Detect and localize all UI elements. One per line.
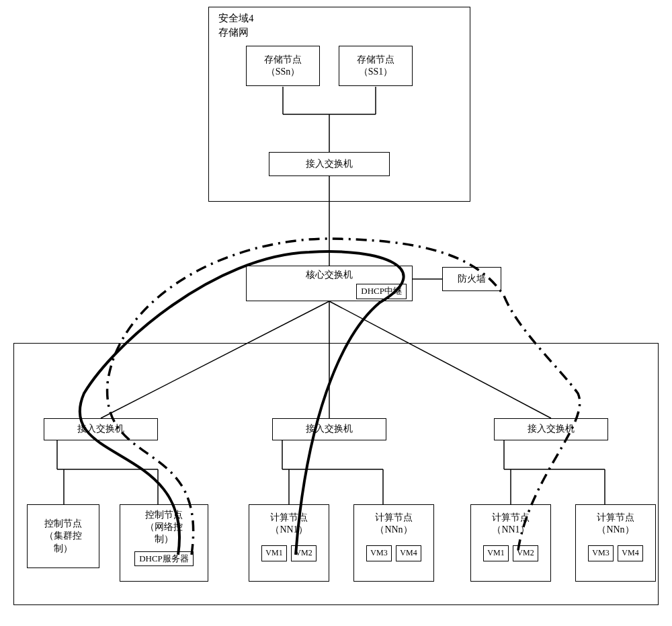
- control-node-network-line1: 控制节点: [145, 509, 183, 521]
- zone3-nn1-vm-row: VM1 VM2: [483, 545, 538, 561]
- firewall-label: 防火墙: [458, 273, 486, 285]
- zone2-compute-node-nn1: 计算节点 （NN1） VM1 VM2: [249, 504, 329, 582]
- zone2-vm2: VM2: [291, 545, 317, 561]
- diagram-container: 安全域4 存储网 存储节点 （SSn） 存储节点 （SS1） 接入交换机 核心交…: [7, 7, 665, 619]
- dhcp-relay: DHCP中继: [356, 284, 407, 299]
- zone1-access-switch: 接入交换机: [44, 418, 158, 440]
- zone3-vm2: VM2: [513, 545, 538, 561]
- zone2-vm3: VM3: [366, 545, 392, 561]
- zone3-vm1: VM1: [483, 545, 509, 561]
- storage-node-ss1: 存储节点 （SS1）: [339, 46, 413, 86]
- bottom-zones-container: [13, 343, 659, 605]
- dhcp-relay-label: DHCP中继: [361, 286, 402, 296]
- zone2-nn1-line1: 计算节点: [270, 512, 308, 524]
- zone3-compute-node-nn1: 计算节点 （NN1） VM1 VM2: [470, 504, 551, 582]
- storage-node-ss1-line2: （SS1）: [359, 66, 393, 78]
- zone2-compute-node-nnn: 计算节点 （NNn） VM3 VM4: [353, 504, 434, 582]
- zone3-vm4: VM4: [618, 545, 643, 561]
- control-node-network: 控制节点 （网络控 制） DHCP服务器: [120, 504, 208, 582]
- zone3-compute-node-nnn: 计算节点 （NNn） VM3 VM4: [575, 504, 656, 582]
- zone4-title: 安全域4 存储网: [218, 11, 254, 40]
- zone2-access-switch: 接入交换机: [272, 418, 386, 440]
- zone3-nn1-line1: 计算节点: [492, 512, 530, 524]
- zone2-vm4: VM4: [396, 545, 421, 561]
- zone2-vm1: VM1: [261, 545, 287, 561]
- zone3-nnn-vm-row: VM3 VM4: [588, 545, 643, 561]
- dhcp-server: DHCP服务器: [134, 551, 194, 567]
- zone2-nn1-vm-row: VM1 VM2: [261, 545, 317, 561]
- control-node-cluster: 控制节点 （集群控 制）: [27, 504, 99, 568]
- dhcp-server-label: DHCP服务器: [139, 553, 189, 563]
- zone4-access-switch-label: 接入交换机: [306, 158, 353, 170]
- control-node-cluster-line1: 控制节点: [44, 518, 82, 530]
- zone3-nnn-line1: 计算节点: [597, 512, 634, 524]
- zone3-nnn-line2: （NNn）: [597, 524, 634, 536]
- zone3-nn1-line2: （NN1）: [492, 524, 529, 536]
- firewall: 防火墙: [442, 267, 501, 291]
- zone2-nn1-line2: （NN1）: [270, 524, 307, 536]
- storage-node-ssn: 存储节点 （SSn）: [246, 46, 320, 86]
- storage-node-ssn-line2: （SSn）: [266, 66, 300, 78]
- zone2-nnn-vm-row: VM3 VM4: [366, 545, 421, 561]
- zone3-access-switch-label: 接入交换机: [528, 423, 575, 435]
- control-node-network-line3: 制）: [155, 533, 173, 545]
- zone1-access-switch-label: 接入交换机: [77, 423, 124, 435]
- zone2-nnn-line1: 计算节点: [375, 512, 413, 524]
- control-node-network-line2: （网络控: [145, 521, 183, 533]
- core-switch: 核心交换机 DHCP中继: [246, 266, 413, 301]
- zone4-title-line2: 存储网: [218, 27, 249, 38]
- zone4-access-switch: 接入交换机: [269, 152, 390, 176]
- zone4-title-line1: 安全域4: [218, 13, 254, 24]
- storage-node-ss1-line1: 存储节点: [357, 54, 394, 66]
- control-node-cluster-line2: （集群控: [44, 530, 82, 542]
- core-switch-label: 核心交换机: [306, 269, 353, 281]
- zone3-access-switch: 接入交换机: [494, 418, 608, 440]
- zone2-access-switch-label: 接入交换机: [306, 423, 353, 435]
- control-node-cluster-line3: 制）: [54, 543, 73, 555]
- zone2-nnn-line2: （NNn）: [375, 524, 412, 536]
- zone3-vm3: VM3: [588, 545, 614, 561]
- storage-node-ssn-line1: 存储节点: [264, 54, 302, 66]
